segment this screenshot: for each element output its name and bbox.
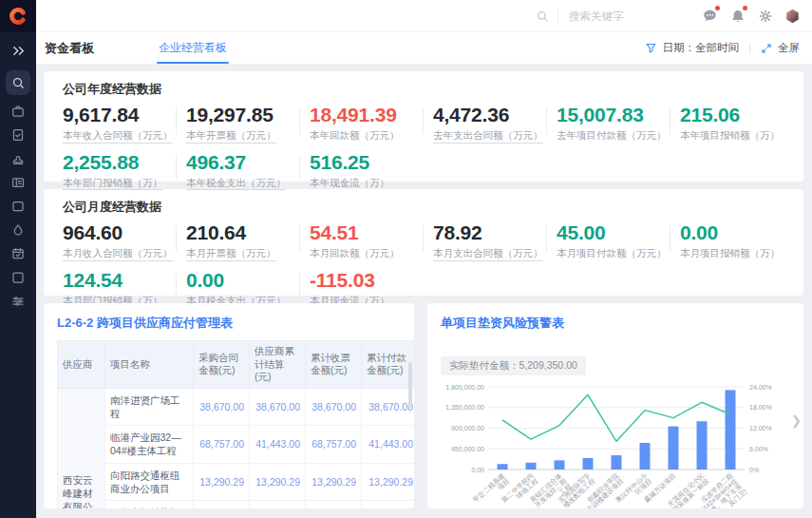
metric-value: 45.00 [557,222,680,243]
table-column-header: 供应商累计结算(元) [250,341,306,389]
supplier-cell: 西安云峰建材有限公司 [58,388,105,508]
svg-text:1,350,000.00: 1,350,000.00 [445,404,484,411]
date-filter[interactable]: 日期：全部时间 [645,41,740,55]
table-row: 西安云峰建材有限公司南洋进贤广场工程38,670.0038,670.0038,6… [58,388,415,425]
amount-cell: 38,670.00 [362,388,415,425]
table-column-header: 项目名称 [105,341,194,389]
messages-badge [715,6,720,10]
svg-text:0%: 0% [749,467,759,473]
metric: 18,491.39本年回款额（万元） [310,105,433,144]
folder-icon[interactable] [7,198,30,214]
table-column-header: 供应商 [58,341,105,389]
metric-value: 964.60 [63,222,186,243]
metric-label: 本年开票额（万元） [186,129,276,144]
app-logo-icon[interactable] [0,0,36,32]
metric: 9,617.84本年收入合同额（万元） [63,105,186,144]
settings-gear-icon[interactable] [757,8,773,24]
supplier-table-title: L2-6-2 跨项目供应商应付管理表 [57,315,414,332]
search-divider [557,10,558,23]
fullscreen-button[interactable]: 全屏 [761,41,800,55]
svg-text:6.00%: 6.00% [749,446,768,452]
fullscreen-label: 全屏 [778,41,800,55]
svg-text:450,000.00: 450,000.00 [451,446,484,452]
amount-cell: 68,757.00 [306,426,362,463]
metric: 54.51本月回款额（万元） [310,222,433,261]
date-filter-label: 日期：全部时间 [663,41,740,55]
sidebar [0,0,36,518]
svg-text:1,800,000.00: 1,800,000.00 [445,384,484,391]
table-scrollbar[interactable] [408,362,412,408]
svg-text:900,000.00: 900,000.00 [451,425,484,432]
metric-value: -115.03 [310,270,433,291]
metric-value: 0.00 [186,270,310,291]
table-column-header: 累计收票金额(元) [306,341,362,389]
tabbar: 资金看板 企业经营看板 日期：全部时间 全屏 [36,32,812,64]
metric-value: 15,007.83 [557,105,680,125]
table-row: 得辉广场结构加固项目56,000.0045,000.0045,000.0033,… [58,500,415,508]
bottom-row: L2-6-2 跨项目供应商应付管理表 供应商项目名称采购合同金额(元)供应商累计… [44,303,803,508]
search-icon[interactable] [6,70,30,95]
risk-warning-card: 单项目垫资风险预警表 实际垫付金额：5,209,350.00 0.000%450… [427,303,803,508]
table-row: 临港产业园32—04#楼主体工程68,757.0041,443.0068,757… [58,426,415,463]
metric-value: 9,617.84 [63,105,186,125]
svg-text:12.00%: 12.00% [749,425,772,432]
file-check-icon[interactable] [7,126,30,143]
project-name-cell: 得辉广场结构加固项目 [105,500,194,508]
amount-cell: 13,290.29 [250,463,306,500]
metric: 4,472.36去年支出合同额（万元） [433,105,557,144]
amount-cell: 38,670.00 [250,388,306,425]
sliders-icon[interactable] [7,293,30,309]
metric-label: 本月项目付款额（万元） [557,247,667,259]
card-list-icon[interactable] [7,174,30,190]
calendar-check-icon[interactable] [7,245,30,261]
project-name-cell: 临港产业园32—04#楼主体工程 [105,426,194,463]
metric: 78.92本月支出合同额（万元） [433,222,557,261]
search-icon [536,10,549,23]
metric-label: 本年项目报销额（万） [680,129,780,142]
metric: 15,007.83去年项目付款额（万元） [557,105,680,144]
annual-metrics: 9,617.84本年收入合同额（万元）19,297.85本年开票额（万元）18,… [63,105,803,190]
amount-cell: 13,290.29 [306,463,362,500]
filter-funnel-icon [645,42,657,54]
metric-label: 去年项目付款额（万元） [557,129,667,142]
metric: 2,255.88本年部门报销额（万） [63,152,186,191]
monthly-metrics: 964.60本月收入合同额（万元）210.64本月开票额（万元）54.51本月回… [63,222,803,308]
metric-value: 124.54 [63,270,186,291]
tabbar-divider [749,43,750,54]
metric-value: 516.25 [310,152,433,173]
search-input[interactable] [567,10,658,23]
table-row: 向阳路交通枢纽商业办公项目13,290.2913,290.2913,290.29… [58,463,415,500]
amount-cell: 13,290.29 [362,463,415,500]
metric-label: 本年部门报销额（万） [63,177,162,191]
amount-cell: 56,000.00 [194,500,250,508]
table-column-header: 累计付款金额(元) [362,341,415,389]
notifications-icon[interactable] [729,8,746,24]
metric-label: 本年现金流（万） [310,177,389,189]
briefcase-icon[interactable] [7,103,30,119]
amount-cell: 33,000.00 [362,500,415,508]
tab-enterprise-dashboard[interactable]: 企业经营看板 [157,32,229,64]
monthly-section-title: 公司月度经营数据 [63,199,803,216]
supplier-payable-card: L2-6-2 跨项目供应商应付管理表 供应商项目名称采购合同金额(元)供应商累计… [44,303,414,508]
drop-icon[interactable] [7,221,30,238]
messages-icon[interactable] [702,8,718,24]
project-name-cell: 南洋进贤广场工程 [105,388,194,425]
metric: 516.25本年现金流（万） [310,152,433,191]
metric: 210.64本月开票额（万元） [186,222,310,261]
box-icon[interactable] [7,269,30,285]
metric-label: 本月项目报销额（万） [680,247,780,259]
amount-cell: 45,000.00 [250,500,306,508]
stamp-icon[interactable] [7,150,30,166]
metric: 45.00本月项目付款额（万元） [557,222,680,261]
metric-value: 19,297.85 [186,105,310,125]
search-box[interactable] [536,10,658,23]
metric: 964.60本月收入合同额（万元） [63,222,186,261]
topbar-icons [702,8,801,24]
user-avatar[interactable] [784,8,801,24]
metric: 215.06本年项目报销额（万） [680,105,803,144]
metric: 0.00本月项目报销额（万） [680,222,803,261]
annual-kpi-card: 公司年度经营数据 9,617.84本年收入合同额（万元）19,297.85本年开… [44,71,803,182]
chevron-right-icon[interactable]: ❯ [791,414,802,427]
sidebar-expand-icon[interactable] [7,41,29,60]
monthly-kpi-card: 公司月度经营数据 964.60本月收入合同额（万元）210.64本月开票额（万元… [44,189,803,296]
